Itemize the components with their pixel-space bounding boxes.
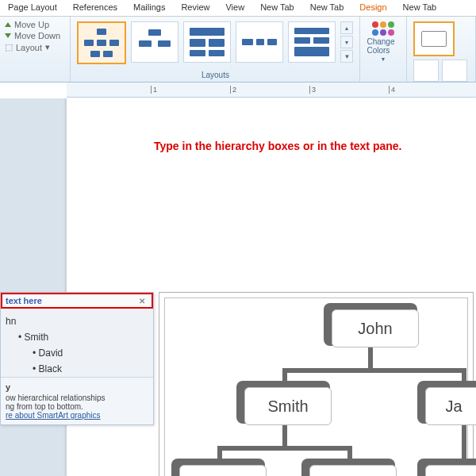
group-label-layouts: Layouts [74,70,356,80]
layout-option-3[interactable] [183,21,231,63]
list-item[interactable]: hn [4,313,150,329]
layout-option-4[interactable] [236,21,283,63]
style-option-3[interactable] [442,60,467,82]
hierarchy-node-james[interactable]: Ja [417,381,476,425]
workspace: Type in the hierarchy boxes or in the te… [0,98,476,476]
text-pane-title: text here [6,296,42,305]
tab-mailings[interactable]: Mailings [125,0,173,16]
color-dots-icon [372,21,394,36]
list-item[interactable]: Smith [4,329,150,345]
hierarchy-node-stephen[interactable]: Step [417,459,476,476]
change-colors-button[interactable]: Change Colors ▼ [363,18,402,65]
arrow-down-icon [5,33,11,38]
text-pane-header: text here ✕ [1,293,153,309]
hierarchy-node-david[interactable]: David [171,459,267,476]
list-item[interactable]: David [4,345,150,361]
layout-option-1[interactable] [77,21,126,64]
tab-design[interactable]: Design [351,0,394,16]
move-up-button[interactable]: Move Up [5,20,65,29]
style-option-2[interactable] [413,60,439,82]
group-label-create [3,79,67,80]
hierarchy-node-smith[interactable]: Smith [236,381,332,425]
smartart-text-pane: text here ✕ hn Smith David Black James S… [0,292,154,425]
move-down-button[interactable]: Move Down [5,31,65,40]
text-pane-footer: y ow hierarchical relationships ng from … [1,377,153,424]
horizontal-ruler: 1 2 3 4 [67,83,476,98]
tab-new-3[interactable]: New Tab [395,0,445,16]
tab-review[interactable]: Review [173,0,217,16]
instruction-text: Type in the hierarchy boxes or in the te… [154,140,401,152]
layout-scroll-up[interactable]: ▴ [340,21,353,34]
learn-more-link[interactable]: re about SmartArt graphics [6,411,101,420]
layout-scroll: ▴ ▾ ▼ [340,21,353,63]
layout-scroll-more[interactable]: ▼ [340,50,353,63]
style-option-1[interactable] [413,21,455,56]
list-item[interactable]: Black [4,361,150,377]
ribbon: Move Up Move Down ⬚ Layout ▾ ▴ ▾ ▼ Layou… [0,17,476,83]
tab-references[interactable]: References [65,0,125,16]
smartart-canvas[interactable]: John Smith Ja David Black Step [159,292,474,476]
layout-button[interactable]: ⬚ Layout ▾ [5,42,65,52]
arrow-up-icon [5,22,11,27]
layout-option-5[interactable] [288,21,336,63]
ribbon-tabs: Page Layout References Mailings Review V… [0,0,476,17]
tab-view[interactable]: View [217,0,252,16]
hierarchy-node-black[interactable]: Black [301,459,397,476]
tab-page-layout[interactable]: Page Layout [0,0,65,16]
layout-option-2[interactable] [131,21,178,63]
tab-new-2[interactable]: New Tab [302,0,352,16]
hierarchy-node-john[interactable]: John [324,303,419,347]
tab-new-1[interactable]: New Tab [252,0,302,16]
layout-scroll-down[interactable]: ▾ [340,36,353,48]
close-icon[interactable]: ✕ [136,297,148,305]
